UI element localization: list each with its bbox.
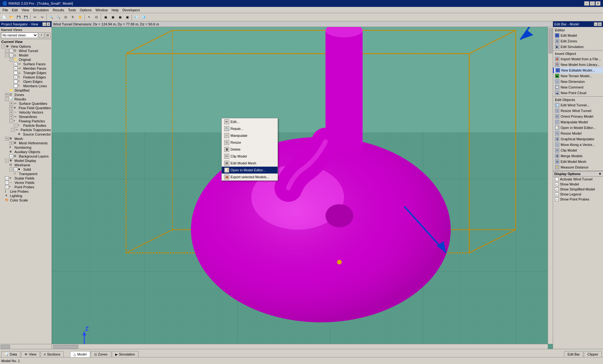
tab-zones[interactable]: ⊡ Zones <box>91 351 111 357</box>
right-item-edit-model[interactable]: ✏ Edit Model <box>553 33 603 38</box>
context-menu-manipulate[interactable]: ↔ Manipulate <box>222 132 278 139</box>
named-views-add-button[interactable]: + <box>39 32 44 38</box>
close-button[interactable]: ✕ <box>595 1 600 6</box>
right-item-resize-model[interactable]: ⤡ Resize Model <box>553 131 603 136</box>
right-item-new-dimension[interactable]: ↔ New Dimension <box>553 79 603 84</box>
check-wind-tunnel[interactable] <box>9 49 13 53</box>
check-triangle-edges[interactable] <box>14 71 18 75</box>
check-open-edges[interactable] <box>14 80 18 83</box>
toggle-wind-tunnel[interactable]: - <box>5 49 9 53</box>
display-check-show-point-probes[interactable]: Show Point Probes <box>553 197 603 202</box>
toggle-streamlines[interactable]: + <box>9 115 13 119</box>
tree-item-source-connector[interactable]: ⊕ Source Connector <box>0 132 52 136</box>
right-item-edit-simulation[interactable]: ▶ Edit Simulation <box>553 44 603 50</box>
check-scalar-fields[interactable] <box>5 176 9 180</box>
toggle-zones[interactable]: + <box>5 93 9 97</box>
menu-file[interactable]: File <box>1 8 10 13</box>
tree-item-model[interactable]: - △ Model <box>0 53 52 57</box>
right-item-graphical-manipulator[interactable]: ⊕ Graphical Manipulator <box>553 136 603 142</box>
toggle-model[interactable]: - <box>5 53 9 57</box>
toggle-results[interactable]: - <box>5 97 9 101</box>
checkbox-show-point-probes[interactable] <box>555 197 559 201</box>
toggle-particle-bodies[interactable]: - <box>14 124 18 127</box>
menu-help[interactable]: Help <box>110 8 121 13</box>
menu-view[interactable]: View <box>20 8 31 13</box>
tree-item-solid[interactable]: - ■ Solid <box>0 167 52 172</box>
toggle-view-options[interactable]: - <box>1 45 5 48</box>
tree-item-color-scale[interactable]: 🎨 Color Scale <box>0 198 52 202</box>
right-item-merge-models[interactable]: ⊞ Merge Models <box>553 153 603 159</box>
viewport-scroll-vertical[interactable] <box>548 27 553 344</box>
toolbar-zoom-fit[interactable]: ⊡ <box>62 14 69 21</box>
right-item-new-point-cloud[interactable]: ☁ New Point Cloud <box>553 90 603 96</box>
tab-sections[interactable]: ≡ Sections <box>41 351 64 357</box>
tree-item-results[interactable]: - 📊 Results <box>0 97 52 101</box>
context-menu[interactable]: ✏ Edit... 🔧 Repair... ↔ Manipulate ⤡ Res… <box>221 118 278 181</box>
tree-item-transparent[interactable]: □ Transparent <box>0 172 52 176</box>
tab-view[interactable]: 👁 View <box>21 351 40 357</box>
toggle-model-display[interactable]: - <box>5 159 9 163</box>
context-menu-resize[interactable]: ⤡ Resize <box>222 139 278 146</box>
scene-3d[interactable]: Z X Y ✏ Edit... 🔧 <box>52 27 553 349</box>
tree-item-point-probes[interactable]: • Point Probes <box>0 185 52 189</box>
tree-item-scalar-fields[interactable]: ≡ Scalar Fields <box>0 176 52 180</box>
check-point-probes[interactable] <box>5 185 9 189</box>
menu-tools[interactable]: Tools <box>66 8 78 13</box>
toolbar-zoom-in[interactable]: 🔍 <box>48 14 55 21</box>
toggle-surface-quantities[interactable]: + <box>9 102 13 105</box>
tree-item-flowing-particles[interactable]: - • Flowing Particles <box>0 119 52 123</box>
right-item-clip-model[interactable]: ✂ Clip Model <box>553 147 603 153</box>
tree-item-mesh-refinements[interactable]: + ⊞ Mesh Refinements <box>0 141 52 145</box>
tree-item-simplified[interactable]: 📁 Simplified <box>0 88 52 93</box>
tree-item-vector-fields[interactable]: → Vector Fields <box>0 180 52 185</box>
menu-developers[interactable]: Developers <box>121 8 142 13</box>
tab-clipper[interactable]: Clipper <box>584 351 602 357</box>
menu-options[interactable]: Options <box>78 8 94 13</box>
tab-model[interactable]: △ Model <box>70 351 90 357</box>
context-menu-open-model-editor[interactable]: 📝 Open in Model Editor... <box>222 167 278 174</box>
toolbar-view3[interactable]: ▣ <box>117 14 123 21</box>
context-menu-edit-model-mesh[interactable]: ⊞ Edit Model Mesh <box>222 160 278 167</box>
maximize-button[interactable]: □ <box>590 1 595 6</box>
right-item-import-model[interactable]: 📥 Import Model from a File... <box>553 56 603 62</box>
menu-results[interactable]: Results <box>51 8 66 13</box>
checkbox-activate-wind-tunnel[interactable] <box>555 177 559 181</box>
panel-pin-button[interactable]: ─ <box>42 22 46 26</box>
tree-item-view-options[interactable]: - 👁 View Options <box>0 44 52 49</box>
tree-item-background-layers[interactable]: ⊟ Background Layers <box>0 154 52 158</box>
toolbar-save[interactable]: 💾 <box>15 14 22 21</box>
check-model[interactable] <box>9 53 13 57</box>
toolbar-open[interactable]: 📂 <box>8 14 15 21</box>
checkbox-show-model[interactable] <box>555 182 559 186</box>
display-check-activate-wind-tunnel[interactable]: Activate Wind Tunnel <box>553 177 603 182</box>
tree-item-auxiliary-objects[interactable]: ⊕ Auxiliary Objects <box>0 150 52 154</box>
toggle-mesh[interactable]: + <box>5 137 9 141</box>
right-item-orient-primary-model[interactable]: ↻ Orient Primary Model <box>553 114 603 119</box>
tree-item-lighting[interactable]: ☀ Lighting <box>0 194 52 198</box>
toggle-particle-trajectories[interactable]: - <box>11 128 15 132</box>
right-item-edit-wind-tunnel[interactable]: 💨 Edit Wind Tunnel... <box>553 102 603 108</box>
tab-simulation[interactable]: ▶ Simulation <box>112 351 139 357</box>
viewport[interactable]: Wind Tunnel Dimensions: Dx = 124.94 m, D… <box>52 21 553 349</box>
check-vector-fields[interactable] <box>5 181 9 185</box>
right-panel-pin[interactable]: ─ <box>594 22 598 26</box>
right-item-resize-wind-tunnel[interactable]: ⤡ Resize Wind Tunnel <box>553 108 603 114</box>
check-surface-faces[interactable] <box>14 62 18 66</box>
tree-item-particle-trajectories[interactable]: - 〜 Particle Trajectories <box>0 128 52 132</box>
check-members-lines[interactable] <box>14 84 18 88</box>
tree-item-zones[interactable]: + ⊡ Zones <box>0 93 52 97</box>
right-item-move-along-vector[interactable]: → Move Along a Vector... <box>553 142 603 147</box>
toggle-original[interactable]: - <box>9 58 13 62</box>
right-item-new-editable-model[interactable]: + New Editable Model... <box>553 67 603 73</box>
toggle-solid[interactable]: - <box>9 168 13 171</box>
check-background-layers[interactable] <box>9 154 13 158</box>
menu-simulation[interactable]: Simulation <box>31 8 51 13</box>
tree-item-wireframe[interactable]: ⊡ Wireframe <box>0 163 52 167</box>
tree-item-streamlines[interactable]: + 〜 Streamlines <box>0 115 52 119</box>
toggle-flow-field[interactable]: + <box>9 106 13 110</box>
checkbox-show-legend[interactable] <box>555 192 559 196</box>
toolbar-redo[interactable]: ↪ <box>39 14 46 21</box>
toggle-velocity-vectors[interactable]: + <box>9 110 13 114</box>
right-item-edit-zones[interactable]: ⊡ Edit Zones <box>553 38 603 44</box>
tree-item-surface-quantities[interactable]: + ▭ Surface Quantities <box>0 101 52 106</box>
